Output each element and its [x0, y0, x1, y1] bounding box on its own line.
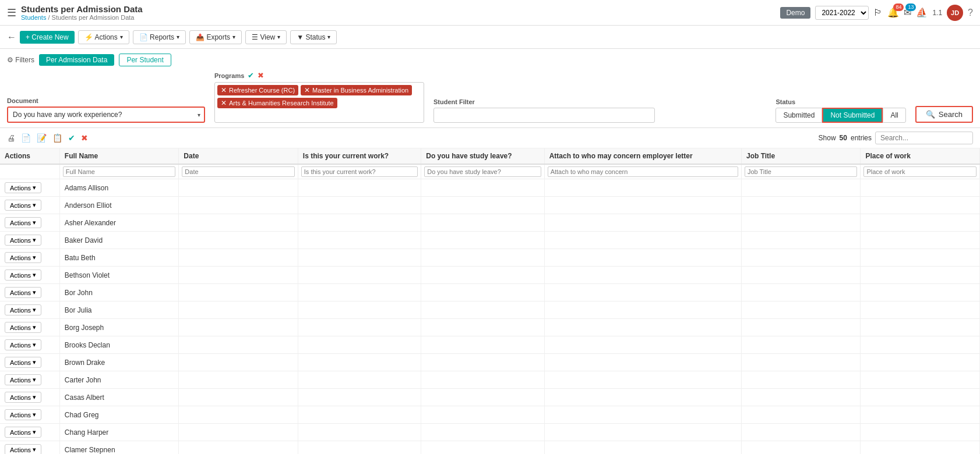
- view-button[interactable]: ☰ View ▾: [245, 30, 287, 44]
- row-date-cell: [179, 284, 298, 302]
- row-job-title-cell: [741, 319, 860, 336]
- row-actions-cell: Actions ▾: [0, 302, 59, 319]
- excel-icon[interactable]: 📄: [21, 133, 31, 143]
- tag-remove-rc[interactable]: ✕: [221, 86, 227, 94]
- help-icon[interactable]: ?: [968, 8, 973, 18]
- row-actions-button[interactable]: Actions ▾: [5, 269, 41, 281]
- row-actions-label: Actions: [10, 219, 31, 226]
- program-tag-rc[interactable]: ✕ Refresher Course (RC): [217, 85, 298, 95]
- table-row: Actions ▾ Clamer Stepnen: [0, 441, 980, 455]
- row-current-work-cell: [298, 371, 421, 389]
- row-actions-button[interactable]: Actions ▾: [5, 392, 41, 403]
- row-current-work-cell: [298, 197, 421, 214]
- row-actions-button[interactable]: Actions ▾: [5, 304, 41, 315]
- filter-current-work-input[interactable]: [301, 166, 418, 177]
- filter-job-title-input[interactable]: [745, 166, 857, 177]
- reports-button[interactable]: 📄 Reports ▾: [133, 30, 186, 44]
- row-job-title-cell: [741, 406, 860, 424]
- row-job-title-cell: [741, 371, 860, 389]
- row-actions-button[interactable]: Actions ▾: [5, 409, 41, 420]
- action-bar: ← + Create New ⚡ Actions ▾ 📄 Reports ▾ 📤…: [0, 26, 980, 49]
- tag-remove-ahri[interactable]: ✕: [221, 99, 227, 107]
- copy-icon[interactable]: 📋: [52, 133, 62, 143]
- row-actions-cell: Actions ▾: [0, 249, 59, 267]
- create-new-button[interactable]: + Create New: [20, 31, 75, 44]
- table-row: Actions ▾ Bor John: [0, 284, 980, 302]
- bell-icon[interactable]: 🔔 84: [887, 7, 899, 18]
- status-caret: ▾: [327, 34, 330, 40]
- page-title: Students per Admission Data: [21, 4, 143, 14]
- row-actions-button[interactable]: Actions ▾: [5, 339, 41, 350]
- back-button[interactable]: ←: [7, 32, 16, 42]
- row-actions-button[interactable]: Actions ▾: [5, 235, 41, 246]
- row-actions-label: Actions: [10, 394, 31, 401]
- entries-search-input[interactable]: [875, 132, 973, 144]
- row-job-title-cell: [741, 232, 860, 249]
- row-date-cell: [179, 441, 298, 455]
- hamburger-icon[interactable]: ☰: [7, 6, 16, 19]
- programs-header: Programs ✔ ✖: [214, 71, 424, 80]
- filter-study-leave-input[interactable]: [424, 166, 541, 177]
- programs-tags-box[interactable]: ✕ Refresher Course (RC) ✕ Master in Busi…: [214, 82, 424, 123]
- demo-button[interactable]: Demo: [780, 7, 810, 19]
- row-place-of-work-cell: [861, 389, 980, 406]
- row-actions-button[interactable]: Actions ▾: [5, 357, 41, 368]
- student-filter-input[interactable]: [433, 108, 655, 123]
- tab-per-student[interactable]: Per Student: [119, 54, 171, 66]
- tab-per-admission[interactable]: Per Admission Data: [39, 54, 114, 66]
- row-actions-button[interactable]: Actions ▾: [5, 374, 41, 385]
- version-label: 1.1: [932, 9, 942, 17]
- actions-button[interactable]: ⚡ Actions ▾: [78, 30, 129, 44]
- row-actions-button[interactable]: Actions ▾: [5, 252, 41, 263]
- row-study-leave-cell: [421, 267, 544, 284]
- col-fullname: Full Name: [59, 148, 178, 164]
- status-button[interactable]: ▼ Status ▾: [290, 30, 337, 44]
- row-actions-caret: ▾: [33, 411, 36, 418]
- row-study-leave-cell: [421, 179, 544, 197]
- row-actions-button[interactable]: Actions ▾: [5, 217, 41, 228]
- row-actions-button[interactable]: Actions ▾: [5, 427, 41, 438]
- row-actions-cell: Actions ▾: [0, 197, 59, 214]
- reports-caret: ▾: [177, 34, 179, 40]
- status-not-submitted-button[interactable]: Not Submitted: [822, 108, 883, 123]
- program-tag-mba[interactable]: ✕ Master in Business Administration: [301, 85, 412, 95]
- programs-label: Programs: [214, 72, 244, 79]
- row-actions-caret: ▾: [33, 324, 36, 331]
- breadcrumb-parent[interactable]: Students: [21, 14, 46, 21]
- row-actions-cell: Actions ▾: [0, 214, 59, 232]
- mail-icon[interactable]: ✉ 13: [904, 7, 911, 18]
- filter-date-input[interactable]: [182, 166, 294, 177]
- program-tag-ahri[interactable]: ✕ Arts & Humanities Research Institute: [217, 98, 337, 108]
- row-study-leave-cell: [421, 406, 544, 424]
- row-actions-button[interactable]: Actions ▾: [5, 182, 41, 193]
- row-employer-letter-cell: [544, 336, 741, 354]
- status-all-button[interactable]: All: [883, 108, 905, 123]
- programs-clear-icon[interactable]: ✖: [258, 71, 264, 80]
- row-actions-button[interactable]: Actions ▾: [5, 200, 41, 211]
- csv-icon[interactable]: 📝: [37, 133, 47, 143]
- row-employer-letter-cell: [544, 249, 741, 267]
- row-current-work-cell: [298, 214, 421, 232]
- document-select[interactable]: Do you have any work experience?: [7, 107, 205, 123]
- status-submitted-button[interactable]: Submitted: [775, 108, 822, 123]
- delete-icon[interactable]: ✖: [81, 133, 88, 143]
- search-button[interactable]: 🔍 Search: [915, 106, 973, 123]
- row-current-work-cell: [298, 302, 421, 319]
- programs-check-icon[interactable]: ✔: [248, 71, 254, 80]
- row-actions-cell: Actions ▾: [0, 336, 59, 354]
- tag-remove-mba[interactable]: ✕: [304, 86, 310, 94]
- ship-icon[interactable]: ⛵: [916, 7, 928, 18]
- row-actions-button[interactable]: Actions ▾: [5, 444, 41, 454]
- row-actions-button[interactable]: Actions ▾: [5, 322, 41, 333]
- flag-icon[interactable]: 🏳: [873, 8, 883, 18]
- view-caret: ▾: [277, 34, 280, 40]
- filter-fullname-input[interactable]: [63, 166, 175, 177]
- row-actions-button[interactable]: Actions ▾: [5, 287, 41, 298]
- filter-place-of-work-input[interactable]: [863, 166, 977, 177]
- exports-button[interactable]: 📤 Exports ▾: [189, 30, 242, 44]
- avatar[interactable]: JD: [947, 5, 963, 21]
- filter-employer-letter-input[interactable]: [548, 166, 738, 177]
- year-select[interactable]: 2021-2022: [815, 6, 869, 20]
- check-icon[interactable]: ✔: [68, 133, 75, 143]
- print-icon[interactable]: 🖨: [7, 133, 15, 143]
